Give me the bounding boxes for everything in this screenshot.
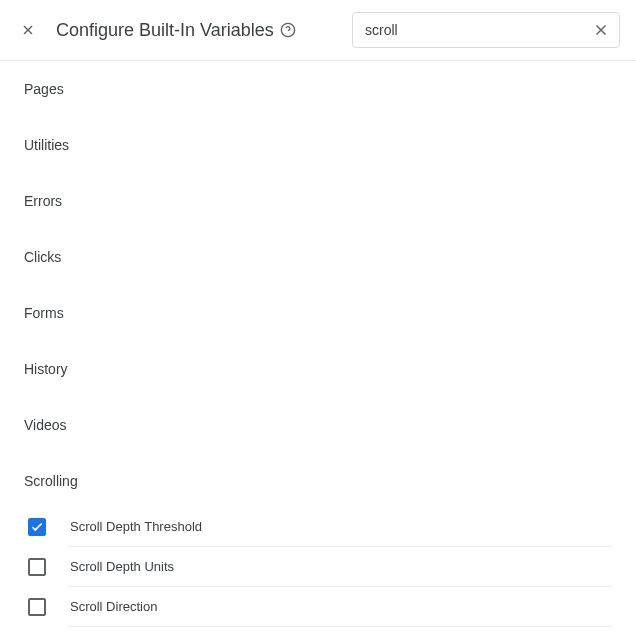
- help-icon[interactable]: [280, 22, 296, 38]
- variable-label: Scroll Depth Units: [70, 559, 174, 574]
- dialog-title: Configure Built-In Variables: [56, 20, 296, 41]
- close-icon: [20, 22, 36, 38]
- title-text: Configure Built-In Variables: [56, 20, 274, 41]
- category-heading: Utilities: [24, 137, 612, 153]
- search-input[interactable]: [353, 16, 583, 44]
- category-heading: Clicks: [24, 249, 612, 265]
- clear-search-button[interactable]: [583, 12, 619, 48]
- dialog-header: Configure Built-In Variables: [0, 0, 636, 61]
- close-button[interactable]: [16, 18, 40, 42]
- variable-label: Scroll Direction: [70, 599, 157, 614]
- variable-row[interactable]: Scroll Depth Threshold: [24, 507, 612, 547]
- category-heading: Forms: [24, 305, 612, 321]
- category-heading: Videos: [24, 417, 612, 433]
- variable-row[interactable]: Scroll Depth Units: [24, 547, 612, 587]
- variable-list: Scroll Depth Threshold Scroll Depth Unit…: [24, 507, 612, 627]
- category-heading: History: [24, 361, 612, 377]
- category-heading: Pages: [24, 81, 612, 97]
- variable-row[interactable]: Scroll Direction: [24, 587, 612, 627]
- category-heading: Scrolling: [24, 473, 612, 489]
- dialog-content: Pages Utilities Errors Clicks Forms Hist…: [0, 61, 636, 632]
- checkbox-scroll-direction[interactable]: [28, 598, 46, 616]
- variable-label: Scroll Depth Threshold: [70, 519, 202, 534]
- checkbox-scroll-depth-threshold[interactable]: [28, 518, 46, 536]
- search-box: [352, 12, 620, 48]
- category-heading: Errors: [24, 193, 612, 209]
- checkbox-scroll-depth-units[interactable]: [28, 558, 46, 576]
- close-icon: [592, 21, 610, 39]
